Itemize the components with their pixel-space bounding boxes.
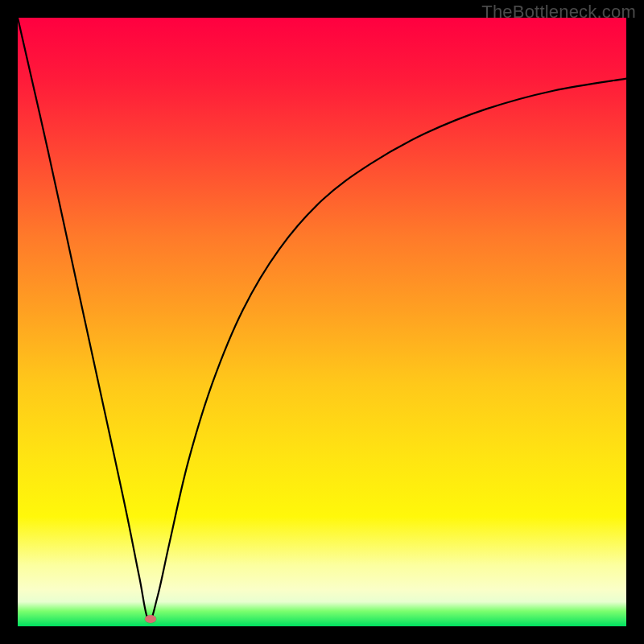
bottleneck-curve xyxy=(18,18,626,626)
plot-area xyxy=(18,18,626,626)
optimal-point-marker xyxy=(145,615,156,623)
chart-frame: TheBottleneck.com xyxy=(0,0,644,644)
